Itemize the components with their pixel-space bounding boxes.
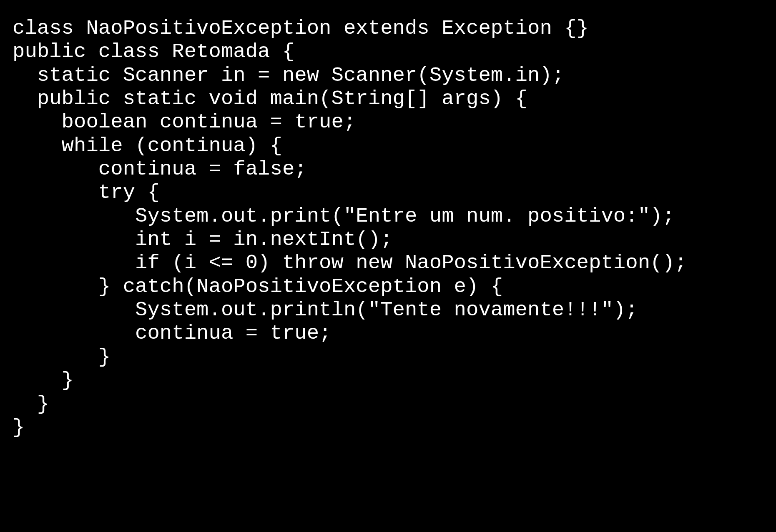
- code-line: continua = false;: [13, 157, 307, 181]
- code-line: }: [13, 416, 25, 439]
- code-line: System.out.println("Tente novamente!!!")…: [13, 298, 638, 322]
- code-line: if (i <= 0) throw new NaoPositivoExcepti…: [13, 251, 687, 275]
- code-line: public static void main(String[] args) {: [13, 87, 527, 110]
- code-line: public class Retomada {: [13, 40, 294, 63]
- code-line: static Scanner in = new Scanner(System.i…: [13, 64, 564, 87]
- code-line: int i = in.nextInt();: [13, 228, 393, 251]
- code-line: }: [13, 345, 110, 369]
- code-line: continua = true;: [13, 322, 331, 345]
- code-line: while (continua) {: [13, 134, 282, 157]
- code-line: } catch(NaoPositivoException e) {: [13, 275, 503, 298]
- code-line: try {: [13, 181, 160, 204]
- code-block: class NaoPositivoException extends Excep…: [0, 0, 776, 456]
- code-line: }: [13, 369, 74, 392]
- code-line: class NaoPositivoException extends Excep…: [13, 17, 589, 40]
- code-line: boolean continua = true;: [13, 110, 356, 134]
- code-line: System.out.print("Entre um num. positivo…: [13, 205, 675, 228]
- code-line: }: [13, 392, 49, 416]
